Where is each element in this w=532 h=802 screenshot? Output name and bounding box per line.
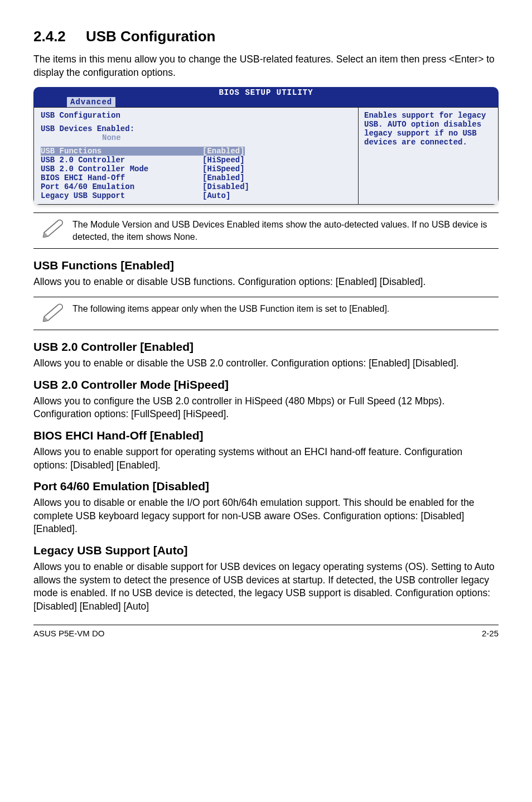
bios-tab-advanced: Advanced [67, 97, 115, 107]
paragraph-usb-functions: Allows you to enable or disable USB func… [33, 276, 499, 289]
bios-row-value: [Enabled] [202, 147, 245, 156]
bios-row-ehci: BIOS EHCI Hand-Off [Enabled] [41, 173, 352, 182]
bios-row-value: [Auto] [202, 191, 230, 200]
note-text: The Module Version and USB Devices Enabl… [72, 218, 499, 243]
bios-devices-value: None [102, 133, 352, 142]
section-title-text: USB Configuration [86, 28, 216, 45]
bios-body: USB Configuration USB Devices Enabled: N… [33, 107, 499, 205]
paragraph-legacy-usb: Allows you to enable or disable support … [33, 561, 499, 613]
page-footer: ASUS P5E-VM DO 2-25 [33, 625, 499, 638]
bios-screenshot: BIOS SETUP UTILITY Advanced USB Configur… [33, 87, 499, 205]
bios-row-label: USB Functions [41, 147, 202, 156]
note-text: The following items appear only when the… [72, 302, 499, 324]
paragraph-usb20-mode: Allows you to configure the USB 2.0 cont… [33, 395, 499, 421]
bios-row-port6460: Port 64/60 Emulation [Disabled] [41, 182, 352, 191]
paragraph-port6460: Allows you to disable or enable the I/O … [33, 496, 499, 536]
pencil-icon [33, 218, 72, 243]
bios-row-label: BIOS EHCI Hand-Off [41, 173, 202, 182]
heading-legacy-usb: Legacy USB Support [Auto] [33, 544, 499, 557]
paragraph-usb20-controller: Allows you to enable or disable the USB … [33, 357, 499, 370]
note-block: The following items appear only when the… [33, 297, 499, 330]
bios-row-usb20mode: USB 2.0 Controller Mode [HiSpeed] [41, 165, 352, 173]
heading-usb20-mode: USB 2.0 Controller Mode [HiSpeed] [33, 378, 499, 392]
heading-usb20-controller: USB 2.0 Controller [Enabled] [33, 340, 499, 354]
bios-row-value: [HiSpeed] [202, 165, 245, 173]
footer-left: ASUS P5E-VM DO [33, 629, 105, 638]
heading-port6460: Port 64/60 Emulation [Disabled] [33, 480, 499, 493]
footer-right: 2-25 [482, 629, 499, 638]
paragraph-ehci: Allows you to enable support for operati… [33, 446, 499, 472]
bios-row-usb20: USB 2.0 Controller [HiSpeed] [41, 156, 352, 165]
bios-row-label: Legacy USB Support [41, 191, 202, 200]
section-heading: 2.4.2 USB Configuration [33, 28, 499, 45]
bios-left-pane: USB Configuration USB Devices Enabled: N… [33, 107, 358, 205]
bios-title-bar: BIOS SETUP UTILITY Advanced [33, 87, 499, 107]
bios-help-pane: Enables support for legacy USB. AUTO opt… [358, 107, 499, 205]
heading-ehci: BIOS EHCI Hand-Off [Enabled] [33, 429, 499, 442]
note-block: The Module Version and USB Devices Enabl… [33, 212, 499, 249]
bios-row-label: USB 2.0 Controller [41, 156, 202, 165]
bios-row-label: Port 64/60 Emulation [41, 182, 202, 191]
intro-paragraph: The items in this menu allow you to chan… [33, 53, 499, 79]
bios-row-value: [Disabled] [202, 182, 249, 191]
bios-row-usb-functions: USB Functions [Enabled] [41, 147, 352, 156]
bios-bar-title: BIOS SETUP UTILITY [219, 88, 313, 97]
bios-row-label: USB 2.0 Controller Mode [41, 165, 202, 173]
bios-devices-label: USB Devices Enabled: [41, 124, 352, 133]
section-number: 2.4.2 [33, 28, 66, 45]
heading-usb-functions: USB Functions [Enabled] [33, 259, 499, 272]
pencil-icon [33, 302, 72, 324]
bios-row-value: [HiSpeed] [202, 156, 245, 165]
bios-row-value: [Enabled] [202, 173, 245, 182]
bios-row-legacy-usb: Legacy USB Support [Auto] [41, 191, 352, 200]
bios-config-heading: USB Configuration [41, 111, 352, 120]
